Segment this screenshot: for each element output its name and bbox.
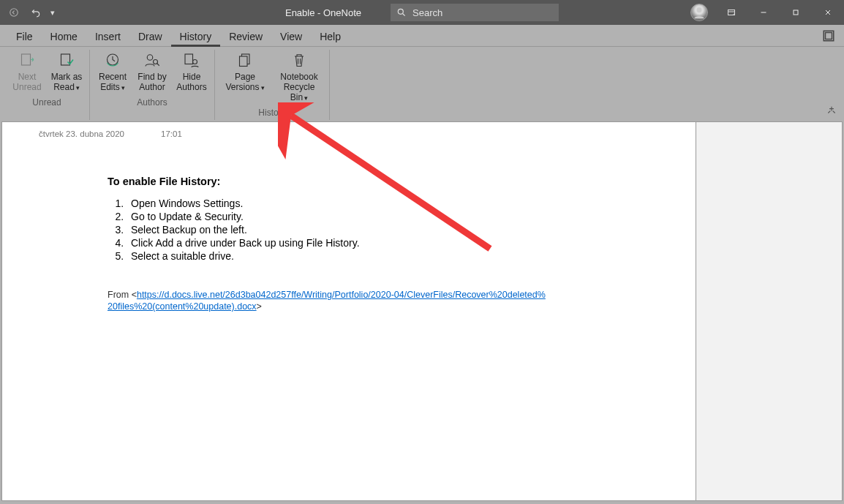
source-line: From <https://d.docs.live.net/26d3ba042d…: [108, 289, 546, 312]
list-item: Go to Update & Security.: [127, 210, 652, 223]
menu-home[interactable]: Home: [42, 27, 86, 46]
svg-rect-15: [240, 56, 248, 67]
clock-refresh-icon: [101, 51, 124, 70]
content-heading: To enable File History:: [108, 175, 652, 188]
menu-view[interactable]: View: [271, 27, 311, 46]
trash-icon: [287, 51, 311, 70]
fullscreen-icon[interactable]: [822, 29, 835, 42]
group-label-history: History: [219, 103, 325, 119]
pin-ribbon-icon[interactable]: [826, 105, 837, 116]
menu-history[interactable]: History: [171, 28, 221, 47]
group-label-unread: Unread: [9, 93, 85, 109]
page-meta: čtvrtek 23. dubna 2020 17:01: [2, 122, 696, 138]
ribbon-group-unread: Next Unread Mark as Read▾ Unread: [4, 50, 90, 120]
back-button[interactable]: [3, 1, 25, 23]
page-time: 17:01: [161, 129, 182, 138]
source-link[interactable]: https://d.docs.live.net/26d3ba042d257ffe…: [108, 290, 546, 312]
svg-rect-6: [826, 33, 832, 40]
ribbon-display-button[interactable]: [715, 1, 747, 23]
mark-as-read-button[interactable]: Mark as Read▾: [48, 50, 85, 93]
search-box[interactable]: [391, 4, 559, 21]
hide-authors-button[interactable]: Hide Authors: [173, 50, 210, 93]
svg-rect-4: [794, 10, 798, 15]
svg-point-1: [398, 9, 403, 14]
menu-review[interactable]: Review: [220, 27, 271, 46]
ribbon-group-history: Page Versions▾ Notebook Recycle Bin▾ His…: [215, 50, 330, 120]
svg-point-11: [154, 60, 158, 64]
svg-point-2: [697, 7, 702, 12]
find-by-author-button[interactable]: Find by Author: [134, 50, 170, 93]
menubar: File Home Insert Draw History Review Vie…: [0, 25, 844, 47]
menu-file[interactable]: File: [7, 27, 42, 46]
svg-point-0: [10, 9, 18, 17]
window-title: Enable - OneNote: [285, 7, 361, 18]
group-label-authors: Authors: [94, 93, 210, 109]
search-icon: [396, 7, 407, 18]
menu-help[interactable]: Help: [311, 27, 350, 46]
close-button[interactable]: [812, 1, 844, 23]
svg-point-13: [193, 60, 197, 64]
undo-button[interactable]: [25, 1, 47, 23]
menu-draw[interactable]: Draw: [129, 27, 171, 46]
list-item: Select Backup on the left.: [127, 223, 652, 236]
page-versions-button[interactable]: Page Versions▾: [219, 50, 271, 103]
page-date: čtvrtek 23. dubna 2020: [39, 129, 124, 138]
svg-point-10: [147, 55, 153, 61]
next-unread-button[interactable]: Next Unread: [9, 50, 45, 93]
title-right: [690, 1, 844, 23]
svg-rect-7: [22, 54, 31, 65]
recent-edits-button[interactable]: Recent Edits▾: [94, 50, 131, 93]
note-content[interactable]: To enable File History: Open Windows Set…: [2, 138, 696, 312]
ribbon-group-authors: Recent Edits▾ Find by Author Hide Author…: [90, 50, 215, 120]
workspace: čtvrtek 23. dubna 2020 17:01 To enable F…: [0, 120, 844, 504]
svg-rect-12: [185, 54, 193, 64]
list-item: Open Windows Settings.: [127, 197, 652, 210]
page-canvas[interactable]: čtvrtek 23. dubna 2020 17:01 To enable F…: [1, 121, 696, 501]
page-arrow-icon: [15, 51, 39, 70]
pages-stack-icon: [233, 51, 257, 70]
maximize-button[interactable]: [780, 1, 812, 23]
title-center: Enable - OneNote: [285, 4, 559, 21]
person-search-icon: [140, 51, 164, 70]
minimize-button[interactable]: [747, 1, 780, 23]
recycle-bin-button[interactable]: Notebook Recycle Bin▾: [274, 50, 325, 103]
user-avatar[interactable]: [690, 4, 708, 21]
menu-insert[interactable]: Insert: [86, 27, 129, 46]
page-check-icon: [55, 51, 78, 70]
qat: ▾: [0, 1, 80, 23]
search-input[interactable]: [412, 7, 553, 18]
person-page-icon: [180, 51, 203, 70]
page-list-panel[interactable]: [696, 121, 843, 501]
list-item: Select a suitable drive.: [127, 249, 652, 263]
qat-more[interactable]: ▾: [47, 1, 59, 23]
ribbon: Next Unread Mark as Read▾ Unread Recent …: [0, 47, 844, 120]
steps-list: Open Windows Settings. Go to Update & Se…: [108, 197, 652, 263]
list-item: Click Add a drive under Back up using Fi…: [127, 236, 652, 249]
titlebar: ▾ Enable - OneNote: [0, 0, 844, 25]
